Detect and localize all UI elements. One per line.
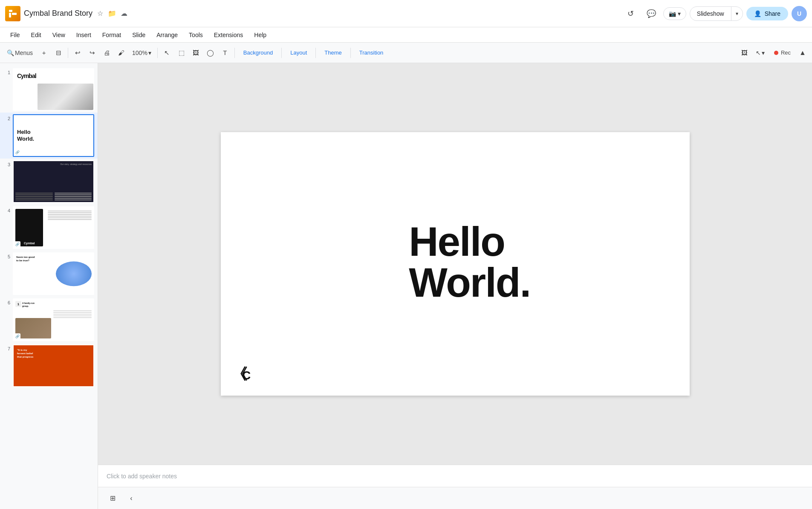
separator-6 [350,48,351,58]
slide-main-line1: Hello [409,219,505,264]
theme-button[interactable]: Theme [318,48,347,58]
rec-indicator [774,51,778,55]
notes-area[interactable]: Click to add speaker notes [98,465,812,487]
slide-thumb-5[interactable]: Seem too goodto be true? [13,252,94,295]
menu-insert[interactable]: Insert [71,30,96,40]
slide6-lines [53,309,92,338]
search-icon: 🔍 [7,49,14,56]
menu-tools[interactable]: Tools [184,30,208,40]
zoom-selector[interactable]: 100% ▾ [129,48,155,58]
slide6-image [15,318,51,338]
slide-thumb-inner-5: Seem too goodto be true? [14,253,93,294]
meet-button[interactable]: 📷 ▾ [663,7,686,20]
layout-button[interactable]: Layout [284,48,313,58]
top-right-actions: ↺ 💬 📷 ▾ Slideshow ▾ 👤 Share U [622,5,807,22]
slide-item-7[interactable]: 7 "It is myfervent beliefthat progress [0,343,98,389]
text-button[interactable]: T [218,46,232,60]
undo-button[interactable]: ↩ [71,46,84,60]
menu-edit[interactable]: Edit [26,30,46,40]
meet-dropdown-arrow[interactable]: ▾ [678,10,681,17]
slide-item-1[interactable]: 1 Cymbal [0,67,98,113]
menu-help[interactable]: Help [249,30,272,40]
slideshow-label[interactable]: Slideshow [690,7,731,20]
slide-item-5[interactable]: 5 Seem too goodto be true? [0,251,98,297]
slide-number-5: 5 [3,252,10,259]
slide-thumb-3[interactable]: Our story, strategy and resources [13,160,94,203]
slide7-text: "It is myfervent beliefthat progress [17,349,33,359]
slide-number-4: 4 [3,206,10,213]
select-button[interactable]: ⬚ [175,46,188,60]
slide5-image [56,261,92,286]
paint-format-button[interactable]: 🖌 [114,46,128,60]
slide3-content [15,193,92,200]
slide-thumb-inner-1: Cymbal [14,69,93,110]
zoom-dropdown-icon: ▾ [148,49,151,56]
menu-bar: File Edit View Insert Format Slide Arran… [0,27,812,43]
slide-item-6[interactable]: 6 1 A family-rungroup. 🔗 [0,297,98,343]
slide-thumb-6[interactable]: 1 A family-rungroup. 🔗 [13,298,94,341]
slide6-text: A family-rungroup. [22,302,35,308]
slide-thumb-1[interactable]: Cymbal [13,68,94,111]
slide-thumb-4[interactable]: Cymbal 🔗 [13,206,94,249]
slide-number-1: 1 [3,68,10,75]
share-label: Share [765,10,780,17]
collapse-panel-button[interactable]: ‹ [124,491,139,506]
history-button[interactable]: ↺ [622,5,639,22]
menu-format[interactable]: Format [97,30,126,40]
menus-label: Menus [15,49,33,56]
menu-view[interactable]: View [47,30,70,40]
slide-item-4[interactable]: 4 Cymbal [0,205,98,251]
bottom-toolbar: ⊞ ‹ [98,487,812,509]
menu-arrange[interactable]: Arrange [151,30,183,40]
slide-canvas[interactable]: Hello World. 《 C [221,132,690,396]
rec-button[interactable]: Rec [769,48,796,58]
slide2-text: HelloWorld. [14,125,38,145]
comments-button[interactable]: 💬 [643,5,660,22]
canvas-area: Hello World. 《 C Click to add speaker no… [98,63,812,509]
slide-thumb-inner-7: "It is myfervent beliefthat progress [14,345,93,386]
slide-number-2: 2 [3,114,10,121]
camera-icon: 📷 [669,10,676,17]
transition-button[interactable]: Transition [353,48,390,58]
menu-file[interactable]: File [5,30,25,40]
slide-number-6: 6 [3,298,10,305]
grid-view-button[interactable]: ⊞ [105,491,120,506]
slide-item-2[interactable]: 2 HelloWorld. 🔗 [0,113,98,159]
share-button[interactable]: 👤 Share [746,7,788,20]
svg-rect-2 [12,13,17,15]
cloud-icon[interactable]: ☁ [119,9,129,19]
slide-thumb-2[interactable]: HelloWorld. 🔗 [13,114,94,157]
main-content: 1 Cymbal 2 HelloWorld. 🔗 3 [0,63,812,509]
notes-placeholder[interactable]: Click to add speaker notes [107,473,177,480]
menu-slide[interactable]: Slide [127,30,150,40]
slide-number-7: 7 [3,344,10,351]
print-button[interactable]: 🖨 [100,46,113,60]
user-avatar[interactable]: U [792,6,807,21]
slideshow-dropdown[interactable]: ▾ [731,7,743,20]
svg-text:C: C [242,369,251,382]
svg-rect-0 [9,10,12,12]
collapse-toolbar-button[interactable]: ▲ [797,47,809,59]
star-icon[interactable]: ☆ [95,9,105,19]
canvas-wrapper: Hello World. 《 C [98,63,812,465]
slide-number-3: 3 [3,160,10,167]
move-icon[interactable]: 📁 [107,9,117,19]
menu-extensions[interactable]: Extensions [209,30,248,40]
background-button[interactable]: Background [237,48,279,58]
menus-button[interactable]: 🔍 Menus [3,48,36,58]
zoom-out-button[interactable]: ⊟ [52,46,65,60]
doc-title[interactable]: Cymbal Brand Story [24,9,92,18]
slide-thumb-inner-4: Cymbal [14,207,93,248]
zoom-in-button[interactable]: + [37,46,51,60]
pointer-dropdown[interactable]: ↖▾ [752,48,768,58]
shape-button[interactable]: ◯ [204,46,217,60]
slide-item-3[interactable]: 3 Our story, strategy and resources [0,159,98,205]
top-bar: Cymbal Brand Story ☆ 📁 ☁ ↺ 💬 📷 ▾ Slidesh… [0,0,812,27]
redo-button[interactable]: ↪ [85,46,99,60]
slide-thumb-7[interactable]: "It is myfervent beliefthat progress [13,344,94,387]
image-button[interactable]: 🖼 [189,46,203,60]
toolbar: 🔍 Menus + ⊟ ↩ ↪ 🖨 🖌 100% ▾ ↖ ⬚ 🖼 ◯ T Bac… [0,43,812,63]
slideshow-button[interactable]: Slideshow ▾ [690,6,743,21]
cursor-button[interactable]: ↖ [160,46,174,60]
insert-image-toolbar-button[interactable]: 🖼 [738,46,751,60]
